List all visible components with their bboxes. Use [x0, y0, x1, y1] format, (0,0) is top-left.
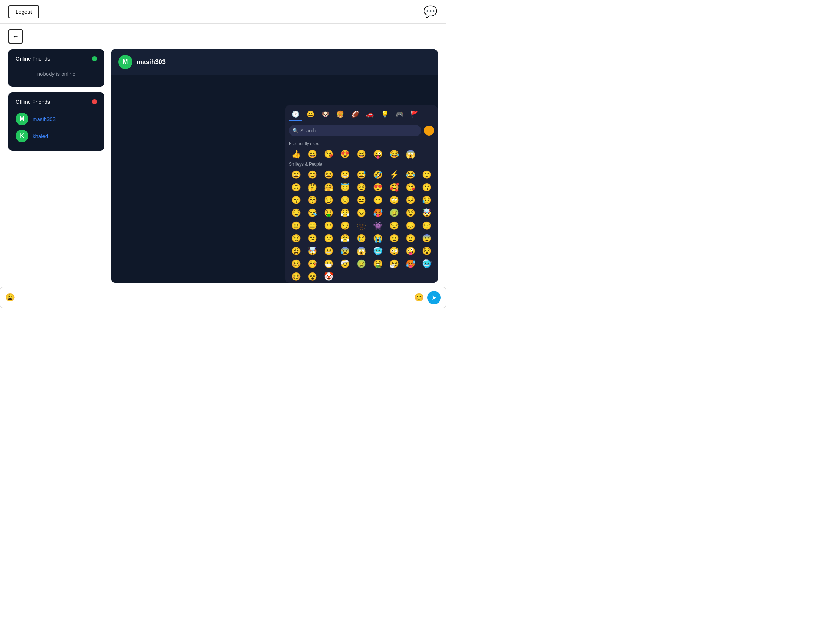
emoji-tab-animals[interactable]: 🐶 — [319, 108, 332, 121]
smiley-emoji[interactable]: 😁 — [337, 169, 353, 181]
smiley-emoji[interactable]: 😤 — [337, 207, 353, 219]
smiley-emoji[interactable]: 😦 — [386, 232, 402, 245]
logout-button[interactable]: Logout — [8, 5, 39, 18]
smiley-emoji[interactable]: 😑 — [354, 194, 369, 206]
smiley-emoji[interactable]: 😧 — [403, 232, 418, 245]
smiley-emoji[interactable]: 🤑 — [321, 207, 336, 219]
smiley-emoji[interactable]: 🤢 — [354, 258, 369, 270]
smiley-emoji[interactable]: 👾 — [370, 220, 385, 232]
smiley-emoji[interactable]: 😏 — [321, 194, 336, 206]
smiley-emoji[interactable]: 🤪 — [403, 245, 418, 257]
frequently-used-emoji[interactable]: 😘 — [321, 148, 336, 160]
smiley-emoji[interactable]: 😑 — [304, 220, 320, 232]
emoji-scroll-container[interactable]: Frequently used 👍😀😘😍😆😜😂😱 Smileys & Peopl… — [285, 140, 438, 283]
smiley-emoji[interactable]: 😵 — [419, 245, 435, 257]
frequently-used-emoji[interactable]: 😍 — [337, 148, 353, 160]
smiley-emoji[interactable]: 🥵 — [370, 207, 385, 219]
emoji-tab-objects[interactable]: 💡 — [378, 108, 392, 121]
emoji-tab-flags[interactable]: 🚩 — [408, 108, 421, 121]
smiley-emoji[interactable]: 😇 — [337, 182, 353, 194]
smiley-emoji[interactable]: 🤗 — [321, 182, 336, 194]
frequently-used-emoji[interactable]: 😂 — [386, 148, 402, 160]
smiley-emoji[interactable]: 😪 — [304, 207, 320, 219]
emoji-tab-food[interactable]: 🍔 — [334, 108, 347, 121]
smiley-emoji[interactable]: 😩 — [288, 245, 304, 257]
smiley-emoji[interactable]: 😳 — [386, 245, 402, 257]
smiley-emoji[interactable]: 😶 — [370, 194, 385, 206]
smiley-emoji[interactable]: 🤒 — [304, 258, 320, 270]
smiley-emoji[interactable]: 😂 — [403, 169, 418, 181]
smiley-emoji[interactable]: 😙 — [288, 194, 304, 206]
emoji-tab-travel[interactable]: 🚗 — [363, 108, 377, 121]
frequently-used-emoji[interactable]: 👍 — [288, 148, 304, 160]
smiley-emoji[interactable]: 😗 — [419, 182, 435, 194]
frequently-used-emoji[interactable]: 😜 — [370, 148, 385, 160]
smiley-emoji[interactable]: 😷 — [321, 258, 336, 270]
smiley-emoji[interactable]: 🙄 — [386, 194, 402, 206]
smiley-emoji[interactable]: 🙃 — [288, 182, 304, 194]
smiley-emoji[interactable]: 😢 — [354, 232, 369, 245]
smiley-emoji[interactable]: ⚡ — [386, 169, 402, 181]
smiley-emoji[interactable]: 😄 — [288, 169, 304, 181]
smiley-emoji[interactable]: 😬 — [321, 245, 336, 257]
smiley-emoji[interactable]: 😠 — [354, 207, 369, 219]
smiley-emoji[interactable]: 🥴 — [288, 271, 304, 283]
smiley-emoji[interactable]: 😰 — [337, 245, 353, 257]
smiley-emoji[interactable]: 🥰 — [386, 182, 402, 194]
smiley-emoji[interactable]: 🥶 — [419, 258, 435, 270]
smiley-emoji[interactable]: 😐 — [288, 220, 304, 232]
emoji-picker-toggle-button[interactable]: 😊 — [414, 293, 424, 302]
send-button[interactable]: ➤ — [427, 291, 441, 304]
friend-name[interactable]: khaled — [33, 133, 48, 139]
smiley-emoji[interactable]: 😕 — [304, 232, 320, 245]
smiley-emoji[interactable]: 😞 — [403, 220, 418, 232]
frequently-used-emoji[interactable]: 😆 — [354, 148, 369, 160]
frequently-used-emoji[interactable]: 😀 — [304, 148, 320, 160]
smiley-emoji[interactable]: 😊 — [304, 169, 320, 181]
smiley-emoji[interactable]: 🫥 — [354, 220, 369, 232]
smiley-emoji[interactable]: 🤮 — [370, 258, 385, 270]
smiley-emoji[interactable]: 🤢 — [386, 207, 402, 219]
smiley-emoji[interactable]: 😘 — [403, 182, 418, 194]
smiley-emoji[interactable]: 😭 — [370, 232, 385, 245]
smiley-emoji[interactable]: 😟 — [288, 232, 304, 245]
friend-name[interactable]: masih303 — [33, 116, 56, 122]
smiley-emoji[interactable]: 😆 — [321, 169, 336, 181]
smiley-emoji[interactable]: 😶 — [321, 220, 336, 232]
smiley-emoji[interactable]: 🤡 — [321, 271, 336, 283]
smiley-emoji[interactable]: 🤤 — [288, 207, 304, 219]
smiley-emoji[interactable]: 🥴 — [288, 258, 304, 270]
smiley-emoji[interactable]: 🤣 — [370, 169, 385, 181]
smiley-emoji[interactable]: 😍 — [370, 182, 385, 194]
smiley-emoji[interactable]: 😅 — [354, 169, 369, 181]
smiley-emoji[interactable]: 🙁 — [321, 232, 336, 245]
emoji-tab-recent[interactable]: 🕐 — [289, 108, 302, 121]
smiley-emoji[interactable]: 🤧 — [386, 258, 402, 270]
smiley-emoji[interactable]: 😒 — [386, 220, 402, 232]
friend-item[interactable]: M masih303 — [16, 110, 97, 127]
smiley-emoji[interactable]: 😒 — [337, 194, 353, 206]
back-button[interactable]: ← — [8, 30, 23, 44]
friend-item[interactable]: K khaled — [16, 127, 97, 145]
smiley-emoji[interactable]: 😵 — [403, 207, 418, 219]
emoji-search-input[interactable] — [289, 125, 421, 136]
smiley-emoji[interactable]: 😵 — [304, 271, 320, 283]
smiley-emoji[interactable]: 🤔 — [304, 182, 320, 194]
smiley-emoji[interactable]: 🤯 — [419, 207, 435, 219]
smiley-emoji[interactable]: 🤯 — [304, 245, 320, 257]
message-input[interactable] — [18, 295, 411, 301]
smiley-emoji[interactable]: 🥶 — [370, 245, 385, 257]
skin-tone-selector[interactable] — [424, 126, 434, 136]
smiley-emoji[interactable]: 🥵 — [403, 258, 418, 270]
emoji-tab-smileys[interactable]: 😀 — [304, 108, 317, 121]
smiley-emoji[interactable]: 🙂 — [419, 169, 435, 181]
smiley-emoji[interactable]: 😣 — [403, 194, 418, 206]
input-emoji-icon[interactable]: 😩 — [5, 293, 15, 302]
smiley-emoji[interactable]: 😱 — [354, 245, 369, 257]
frequently-used-emoji[interactable]: 😱 — [403, 148, 418, 160]
smiley-emoji[interactable]: 😚 — [304, 194, 320, 206]
smiley-emoji[interactable]: 😌 — [354, 182, 369, 194]
smiley-emoji[interactable]: 😤 — [337, 232, 353, 245]
smiley-emoji[interactable]: 🤕 — [337, 258, 353, 270]
smiley-emoji[interactable]: 😥 — [419, 194, 435, 206]
